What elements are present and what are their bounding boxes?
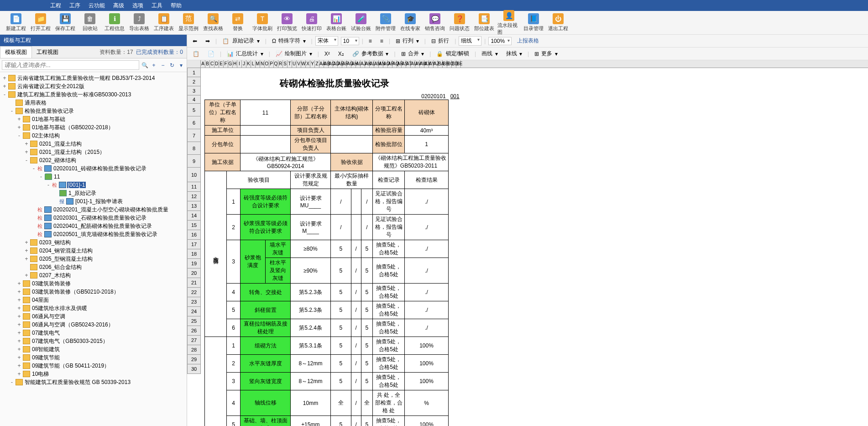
special-char-button[interactable]: Ω 特殊字符 ▾: [269, 36, 309, 46]
menu-云功能[interactable]: 云功能: [89, 2, 105, 10]
toolbar-流水段视图[interactable]: 👤流水段视图: [497, 10, 520, 36]
tree-item[interactable]: +01地基与基础（GB50202-2018）: [2, 123, 185, 131]
spreadsheet[interactable]: ABCDEFGHIJKLMNOPQRSTUVWXYZAAABACADAEAFAG…: [187, 60, 868, 426]
menu-高级[interactable]: 高级: [113, 2, 124, 10]
tree-item[interactable]: 1_原始记录: [2, 189, 185, 197]
tree-item[interactable]: -11: [2, 173, 185, 181]
toolbar-回收站[interactable]: 🗑回收站: [78, 13, 101, 32]
paint-line-button[interactable]: 画线 ▾: [479, 49, 500, 58]
tree-item[interactable]: +06通风与空调: [2, 312, 185, 321]
original-record-button[interactable]: 📋 原始记录 ▾: [220, 36, 262, 46]
tree-item[interactable]: +0205_型钢混凝土结构: [2, 255, 185, 263]
tree-item[interactable]: -02主体结构: [2, 131, 185, 140]
toolbar-替换[interactable]: ⇄替换: [226, 13, 249, 32]
toolbar-导出表格[interactable]: ⤴导出表格: [128, 13, 151, 32]
tree-item[interactable]: 检02020301_石砌体检验批质量验收记录: [2, 214, 185, 222]
tree-item[interactable]: +09建筑节能: [2, 353, 185, 362]
toolbar-工序建表[interactable]: 📋工序建表: [152, 13, 175, 32]
tree-item[interactable]: +0201_混凝土结构: [2, 140, 185, 148]
toolbar-部位建表[interactable]: 📑部位建表: [473, 13, 496, 32]
line-select[interactable]: 细线: [459, 36, 481, 46]
more-button[interactable]: ⊞ 更多 ▾: [532, 49, 560, 58]
merge-button[interactable]: ⊞ 合并 ▾: [398, 49, 427, 58]
subscript-icon[interactable]: X₂: [335, 50, 347, 58]
toolbar-试验台账[interactable]: 🧪试验台账: [350, 13, 372, 32]
toolbar-快速打印[interactable]: 🖨快速打印: [300, 13, 323, 32]
tree-item[interactable]: -检验批质量验收记录: [2, 107, 185, 115]
tree-item[interactable]: -智能建筑工程质量验收规范 GB 50339-2013: [2, 378, 185, 386]
align-center-icon[interactable]: ≡: [377, 37, 386, 45]
upload-button[interactable]: 上报表格: [514, 36, 542, 46]
tree-item[interactable]: -建筑工程施工质量验收统一标准GB50300-2013: [2, 90, 185, 99]
tree-item[interactable]: -检[001]-1: [2, 181, 185, 189]
toolbar-目录管理[interactable]: 📘目录管理: [522, 13, 545, 32]
tree-item[interactable]: +06通风与空调（GB50243-2016）: [2, 321, 185, 329]
superscript-icon[interactable]: X²: [322, 50, 333, 58]
tree-item[interactable]: +0203_钢结构: [2, 238, 185, 247]
tree-item[interactable]: 报[001]-1_报验申请表: [2, 197, 185, 205]
zoom-select[interactable]: 100%: [488, 37, 512, 45]
ref-data-button[interactable]: 🔗 参考数据 ▾: [350, 49, 392, 58]
menu-工程[interactable]: 工程: [50, 2, 61, 10]
menu-选项[interactable]: 选项: [132, 2, 143, 10]
toolbar-附件管理[interactable]: 📎附件管理: [374, 13, 397, 32]
tree-item[interactable]: +0207_木结构: [2, 271, 185, 279]
toolbar-打开工程[interactable]: 📁打开工程: [29, 13, 52, 32]
tab-project-view[interactable]: 工程视图: [32, 47, 63, 58]
toolbar-表格台账[interactable]: 📊表格台账: [325, 13, 348, 32]
search-input[interactable]: [2, 60, 139, 70]
tree-item[interactable]: +01地基与基础: [2, 115, 185, 123]
tree-item[interactable]: +07建筑电气（GB50303-2015）: [2, 337, 185, 345]
tree-item[interactable]: 检02020201_混凝土小型空心砌块砌体检验批质量: [2, 205, 185, 214]
add-icon[interactable]: +: [150, 62, 157, 68]
tree-item[interactable]: +08智能建筑: [2, 345, 185, 353]
tree-item[interactable]: +07建筑电气: [2, 329, 185, 337]
toolbar-打印预览[interactable]: 👁打印预览: [276, 13, 298, 32]
tree-item[interactable]: 检02020501_填充墙砌体检验批质量验收记录: [2, 230, 185, 238]
tree-item[interactable]: +05建筑给水排水及供暖: [2, 304, 185, 312]
redo-button[interactable]: ➡: [203, 37, 213, 45]
tree-item[interactable]: +09建筑节能（GB 50411-2019）: [2, 362, 185, 370]
tree-item[interactable]: -检02020101_砖砌体检验批质量验收记录: [2, 164, 185, 173]
tree-item[interactable]: +03建筑装饰装修: [2, 279, 185, 288]
tree-item[interactable]: +04屋面: [2, 296, 185, 304]
size-select[interactable]: 10: [341, 37, 359, 45]
chart-button[interactable]: 📈 绘制图片 ▾: [273, 49, 315, 58]
paste-icon[interactable]: 📋: [190, 50, 202, 58]
tab-template-view[interactable]: 模板视图: [0, 46, 32, 58]
tree-item[interactable]: 通用表格: [2, 99, 185, 107]
menu-icon[interactable]: ▾: [178, 62, 185, 68]
tree-item[interactable]: +云南省建筑工程施工质量验收统一规程 DBJ53/T-23-2014: [2, 74, 185, 82]
refresh-icon[interactable]: ↻: [168, 62, 176, 68]
menu-工具[interactable]: 工具: [152, 2, 162, 10]
toolbar-保存工程[interactable]: 💾保存工程: [54, 13, 77, 32]
tree-item[interactable]: +0201_混凝土结构（2015）: [2, 148, 185, 156]
tree-item[interactable]: +云南省建设工程安全2012版: [2, 82, 185, 90]
tree-item[interactable]: -0202_砌体结构: [2, 156, 185, 164]
tree-item[interactable]: +03建筑装饰装修（GB50210-2018）: [2, 288, 185, 296]
toolbar-查找表格[interactable]: 🔍查找表格: [202, 13, 225, 32]
tree-item[interactable]: +0204_钢管混凝土结构: [2, 247, 185, 255]
align-left-icon[interactable]: ≡: [366, 37, 375, 45]
undo-button[interactable]: ⬅: [190, 37, 200, 45]
toolbar-在线专家[interactable]: 🎓在线专家: [399, 13, 422, 32]
toolbar-问题状态[interactable]: ❓问题状态: [448, 13, 471, 32]
dash-line-button[interactable]: 抹线 ▾: [503, 49, 525, 58]
row-col-button[interactable]: ⊞ 行列 ▾: [393, 36, 422, 46]
stat-button[interactable]: 📊 汇总统计 ▾: [224, 49, 266, 58]
tree-item[interactable]: +10电梯: [2, 370, 185, 378]
toolbar-新建工程[interactable]: 📄新建工程: [5, 13, 27, 32]
search-icon[interactable]: 🔍: [141, 62, 148, 68]
copy-icon[interactable]: 📄: [205, 50, 217, 58]
font-select[interactable]: 宋体: [315, 36, 338, 46]
menu-工序[interactable]: 工序: [69, 2, 80, 10]
toolbar-字体批刷[interactable]: T字体批刷: [251, 13, 274, 32]
remove-icon[interactable]: −: [159, 62, 167, 68]
menu-帮助[interactable]: 帮助: [171, 2, 182, 10]
toolbar-销售咨询[interactable]: 💬销售咨询: [424, 13, 446, 32]
lock-button[interactable]: 🔒 锁定/解锁: [434, 49, 472, 58]
wrap-button[interactable]: ⊟ 折行: [429, 36, 452, 46]
toolbar-退出工程[interactable]: ⏻退出工程: [547, 13, 570, 32]
tree-item[interactable]: 0206_铝合金结构: [2, 263, 185, 271]
toolbar-显示范例[interactable]: 范显示范例: [177, 13, 200, 32]
